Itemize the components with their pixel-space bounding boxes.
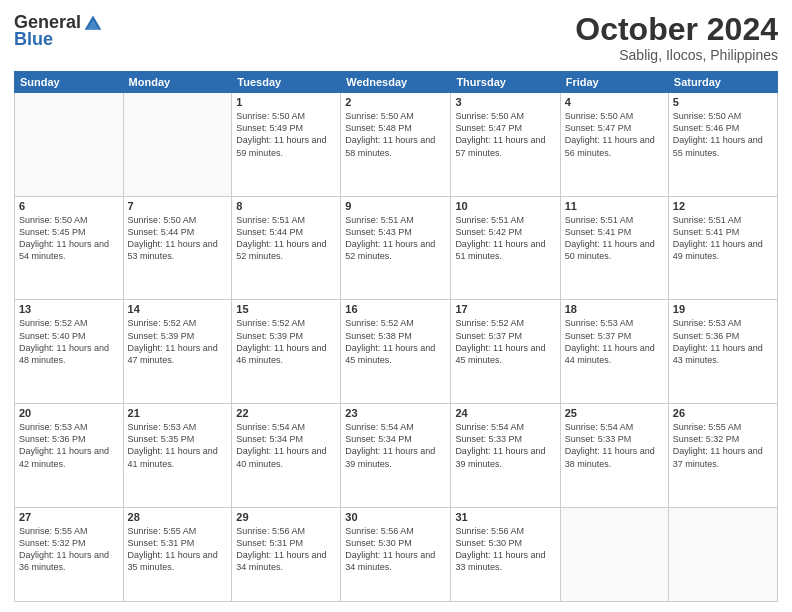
calendar-cell: 18Sunrise: 5:53 AM Sunset: 5:37 PM Dayli… bbox=[560, 300, 668, 404]
calendar-cell: 5Sunrise: 5:50 AM Sunset: 5:46 PM Daylig… bbox=[668, 93, 777, 197]
day-number: 19 bbox=[673, 303, 773, 315]
day-info: Sunrise: 5:50 AM Sunset: 5:49 PM Dayligh… bbox=[236, 110, 336, 159]
location: Sablig, Ilocos, Philippines bbox=[575, 47, 778, 63]
day-number: 14 bbox=[128, 303, 228, 315]
calendar-cell: 2Sunrise: 5:50 AM Sunset: 5:48 PM Daylig… bbox=[341, 93, 451, 197]
calendar-cell: 20Sunrise: 5:53 AM Sunset: 5:36 PM Dayli… bbox=[15, 404, 124, 508]
day-number: 29 bbox=[236, 511, 336, 523]
day-number: 1 bbox=[236, 96, 336, 108]
day-info: Sunrise: 5:53 AM Sunset: 5:35 PM Dayligh… bbox=[128, 421, 228, 470]
day-info: Sunrise: 5:50 AM Sunset: 5:47 PM Dayligh… bbox=[455, 110, 555, 159]
day-info: Sunrise: 5:54 AM Sunset: 5:33 PM Dayligh… bbox=[565, 421, 664, 470]
calendar-cell: 17Sunrise: 5:52 AM Sunset: 5:37 PM Dayli… bbox=[451, 300, 560, 404]
calendar-cell: 14Sunrise: 5:52 AM Sunset: 5:39 PM Dayli… bbox=[123, 300, 232, 404]
day-info: Sunrise: 5:50 AM Sunset: 5:48 PM Dayligh… bbox=[345, 110, 446, 159]
calendar-cell: 4Sunrise: 5:50 AM Sunset: 5:47 PM Daylig… bbox=[560, 93, 668, 197]
calendar-cell: 1Sunrise: 5:50 AM Sunset: 5:49 PM Daylig… bbox=[232, 93, 341, 197]
calendar-cell: 23Sunrise: 5:54 AM Sunset: 5:34 PM Dayli… bbox=[341, 404, 451, 508]
calendar-cell: 25Sunrise: 5:54 AM Sunset: 5:33 PM Dayli… bbox=[560, 404, 668, 508]
day-info: Sunrise: 5:51 AM Sunset: 5:42 PM Dayligh… bbox=[455, 214, 555, 263]
logo: General Blue bbox=[14, 12, 103, 50]
day-number: 18 bbox=[565, 303, 664, 315]
calendar-cell: 3Sunrise: 5:50 AM Sunset: 5:47 PM Daylig… bbox=[451, 93, 560, 197]
day-info: Sunrise: 5:51 AM Sunset: 5:41 PM Dayligh… bbox=[565, 214, 664, 263]
day-number: 27 bbox=[19, 511, 119, 523]
day-number: 11 bbox=[565, 200, 664, 212]
header-right: October 2024 Sablig, Ilocos, Philippines bbox=[575, 12, 778, 63]
calendar-cell: 27Sunrise: 5:55 AM Sunset: 5:32 PM Dayli… bbox=[15, 507, 124, 601]
calendar-table: SundayMondayTuesdayWednesdayThursdayFrid… bbox=[14, 71, 778, 602]
day-number: 17 bbox=[455, 303, 555, 315]
day-info: Sunrise: 5:53 AM Sunset: 5:37 PM Dayligh… bbox=[565, 317, 664, 366]
weekday-header-tuesday: Tuesday bbox=[232, 72, 341, 93]
day-number: 28 bbox=[128, 511, 228, 523]
day-number: 15 bbox=[236, 303, 336, 315]
calendar-cell bbox=[15, 93, 124, 197]
day-number: 2 bbox=[345, 96, 446, 108]
day-number: 16 bbox=[345, 303, 446, 315]
weekday-header-sunday: Sunday bbox=[15, 72, 124, 93]
day-info: Sunrise: 5:54 AM Sunset: 5:34 PM Dayligh… bbox=[236, 421, 336, 470]
calendar-cell: 22Sunrise: 5:54 AM Sunset: 5:34 PM Dayli… bbox=[232, 404, 341, 508]
calendar-cell: 15Sunrise: 5:52 AM Sunset: 5:39 PM Dayli… bbox=[232, 300, 341, 404]
calendar-cell: 10Sunrise: 5:51 AM Sunset: 5:42 PM Dayli… bbox=[451, 196, 560, 300]
day-number: 24 bbox=[455, 407, 555, 419]
weekday-header-friday: Friday bbox=[560, 72, 668, 93]
calendar-cell: 30Sunrise: 5:56 AM Sunset: 5:30 PM Dayli… bbox=[341, 507, 451, 601]
day-info: Sunrise: 5:50 AM Sunset: 5:46 PM Dayligh… bbox=[673, 110, 773, 159]
day-info: Sunrise: 5:52 AM Sunset: 5:39 PM Dayligh… bbox=[128, 317, 228, 366]
calendar-cell: 7Sunrise: 5:50 AM Sunset: 5:44 PM Daylig… bbox=[123, 196, 232, 300]
logo-blue-text: Blue bbox=[14, 29, 53, 50]
day-info: Sunrise: 5:51 AM Sunset: 5:41 PM Dayligh… bbox=[673, 214, 773, 263]
day-number: 21 bbox=[128, 407, 228, 419]
day-info: Sunrise: 5:53 AM Sunset: 5:36 PM Dayligh… bbox=[673, 317, 773, 366]
weekday-header-thursday: Thursday bbox=[451, 72, 560, 93]
day-info: Sunrise: 5:54 AM Sunset: 5:33 PM Dayligh… bbox=[455, 421, 555, 470]
day-info: Sunrise: 5:52 AM Sunset: 5:37 PM Dayligh… bbox=[455, 317, 555, 366]
day-number: 12 bbox=[673, 200, 773, 212]
calendar-cell: 31Sunrise: 5:56 AM Sunset: 5:30 PM Dayli… bbox=[451, 507, 560, 601]
day-info: Sunrise: 5:54 AM Sunset: 5:34 PM Dayligh… bbox=[345, 421, 446, 470]
day-info: Sunrise: 5:55 AM Sunset: 5:31 PM Dayligh… bbox=[128, 525, 228, 574]
day-info: Sunrise: 5:55 AM Sunset: 5:32 PM Dayligh… bbox=[19, 525, 119, 574]
calendar-cell: 8Sunrise: 5:51 AM Sunset: 5:44 PM Daylig… bbox=[232, 196, 341, 300]
day-number: 31 bbox=[455, 511, 555, 523]
day-info: Sunrise: 5:50 AM Sunset: 5:47 PM Dayligh… bbox=[565, 110, 664, 159]
calendar-cell: 12Sunrise: 5:51 AM Sunset: 5:41 PM Dayli… bbox=[668, 196, 777, 300]
weekday-header-wednesday: Wednesday bbox=[341, 72, 451, 93]
day-info: Sunrise: 5:52 AM Sunset: 5:39 PM Dayligh… bbox=[236, 317, 336, 366]
day-number: 6 bbox=[19, 200, 119, 212]
day-info: Sunrise: 5:50 AM Sunset: 5:45 PM Dayligh… bbox=[19, 214, 119, 263]
calendar-cell: 9Sunrise: 5:51 AM Sunset: 5:43 PM Daylig… bbox=[341, 196, 451, 300]
day-info: Sunrise: 5:51 AM Sunset: 5:43 PM Dayligh… bbox=[345, 214, 446, 263]
calendar-cell bbox=[668, 507, 777, 601]
calendar-cell: 21Sunrise: 5:53 AM Sunset: 5:35 PM Dayli… bbox=[123, 404, 232, 508]
day-info: Sunrise: 5:56 AM Sunset: 5:31 PM Dayligh… bbox=[236, 525, 336, 574]
day-number: 13 bbox=[19, 303, 119, 315]
calendar-cell: 26Sunrise: 5:55 AM Sunset: 5:32 PM Dayli… bbox=[668, 404, 777, 508]
day-number: 26 bbox=[673, 407, 773, 419]
day-info: Sunrise: 5:56 AM Sunset: 5:30 PM Dayligh… bbox=[455, 525, 555, 574]
day-number: 7 bbox=[128, 200, 228, 212]
day-info: Sunrise: 5:53 AM Sunset: 5:36 PM Dayligh… bbox=[19, 421, 119, 470]
day-info: Sunrise: 5:52 AM Sunset: 5:38 PM Dayligh… bbox=[345, 317, 446, 366]
day-number: 9 bbox=[345, 200, 446, 212]
day-number: 3 bbox=[455, 96, 555, 108]
day-number: 8 bbox=[236, 200, 336, 212]
calendar-cell: 29Sunrise: 5:56 AM Sunset: 5:31 PM Dayli… bbox=[232, 507, 341, 601]
calendar-cell: 13Sunrise: 5:52 AM Sunset: 5:40 PM Dayli… bbox=[15, 300, 124, 404]
calendar-cell bbox=[123, 93, 232, 197]
day-info: Sunrise: 5:51 AM Sunset: 5:44 PM Dayligh… bbox=[236, 214, 336, 263]
calendar-cell: 19Sunrise: 5:53 AM Sunset: 5:36 PM Dayli… bbox=[668, 300, 777, 404]
weekday-header-monday: Monday bbox=[123, 72, 232, 93]
day-number: 30 bbox=[345, 511, 446, 523]
page: General Blue October 2024 Sablig, Ilocos… bbox=[0, 0, 792, 612]
calendar-cell: 28Sunrise: 5:55 AM Sunset: 5:31 PM Dayli… bbox=[123, 507, 232, 601]
day-info: Sunrise: 5:50 AM Sunset: 5:44 PM Dayligh… bbox=[128, 214, 228, 263]
day-number: 20 bbox=[19, 407, 119, 419]
day-number: 4 bbox=[565, 96, 664, 108]
day-number: 22 bbox=[236, 407, 336, 419]
day-number: 10 bbox=[455, 200, 555, 212]
day-info: Sunrise: 5:52 AM Sunset: 5:40 PM Dayligh… bbox=[19, 317, 119, 366]
header: General Blue October 2024 Sablig, Ilocos… bbox=[14, 12, 778, 63]
